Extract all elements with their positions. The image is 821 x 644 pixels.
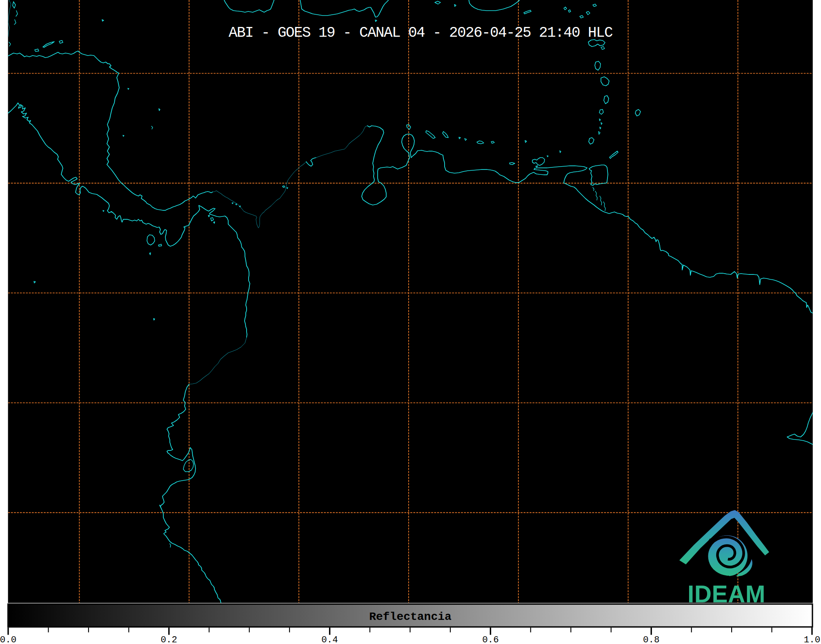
svg-text:0.2: 0.2	[161, 635, 178, 644]
svg-text:ABI - GOES 19 - CANAL 04 - 202: ABI - GOES 19 - CANAL 04 - 2026-04-25 21…	[229, 25, 613, 41]
svg-text:IDEAM: IDEAM	[688, 581, 765, 607]
svg-text:0.4: 0.4	[321, 635, 338, 644]
svg-text:0.0: 0.0	[0, 635, 16, 644]
svg-text:0.8: 0.8	[643, 635, 660, 644]
svg-text:Reflectancia: Reflectancia	[369, 611, 452, 623]
svg-text:1.0: 1.0	[804, 635, 821, 644]
svg-text:0.6: 0.6	[482, 635, 499, 644]
